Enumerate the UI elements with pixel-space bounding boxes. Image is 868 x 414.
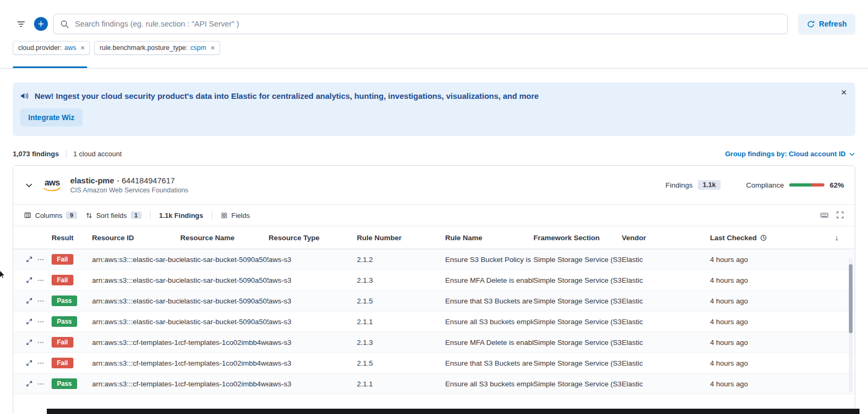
header-vendor[interactable]: Vendor	[622, 234, 710, 242]
filter-field: cloud.provider:	[18, 44, 62, 52]
compliance-value: 62%	[830, 181, 844, 189]
table-row[interactable]: Pass arn:aws:s3:::elastic-sar-buck elast…	[13, 291, 855, 311]
resource-id-cell: arn:aws:s3:::elastic-sar-buck	[92, 318, 180, 326]
stats-row: 1,073 findings 1 cloud account Group fin…	[13, 150, 855, 158]
rule-number-cell: 2.1.2	[357, 256, 445, 264]
account-id: - 644184947617	[117, 176, 175, 185]
rule-name-cell: Ensure MFA Delete is enablec	[445, 339, 533, 347]
expand-finding-button[interactable]	[26, 277, 32, 283]
add-filter-button[interactable]	[34, 17, 48, 31]
accordion-toggle-button[interactable]	[24, 180, 34, 190]
promo-banner: New! Ingest your cloud security product'…	[13, 82, 855, 136]
vendor-cell: Elastic	[622, 297, 710, 305]
clock-icon	[760, 234, 767, 241]
table-header-row: Result Resource ID Resource Name Resourc…	[13, 226, 855, 249]
filter-pill-cloud-provider[interactable]: cloud.provider: aws ×	[13, 41, 90, 55]
expand-finding-button[interactable]	[26, 318, 32, 325]
cloud-account-count: 1 cloud account	[73, 150, 122, 158]
row-actions-button[interactable]	[37, 277, 44, 284]
vendor-cell: Elastic	[622, 276, 710, 284]
framework-section-cell: Simple Storage Service (S3)	[533, 359, 622, 367]
table-row[interactable]: Fail arn:aws:s3:::elastic-sar-buck elast…	[13, 249, 855, 270]
expand-finding-button[interactable]	[26, 381, 32, 387]
more-actions-icon	[37, 339, 44, 346]
active-tab-indicator[interactable]	[13, 66, 87, 68]
search-input[interactable]	[74, 19, 781, 29]
header-result[interactable]: Result	[52, 234, 92, 242]
banner-close-button[interactable]: ×	[838, 87, 850, 98]
cloud-account-card: aws elastic-pme - 644184947617 CIS Amazo…	[13, 165, 855, 414]
sort-direction-icon[interactable]: ↓	[835, 233, 839, 242]
table-row[interactable]: Fail arn:aws:s3:::cf-templates-1c cf-tem…	[13, 332, 855, 353]
resource-name-cell: cf-templates-1co02imbb4we	[180, 359, 269, 367]
result-badge: Fail	[52, 275, 73, 285]
fullscreen-button[interactable]	[836, 211, 844, 219]
compliance-bar-fill	[789, 183, 811, 187]
header-framework-section[interactable]: Framework Section	[533, 234, 622, 242]
row-actions-button[interactable]	[37, 298, 44, 305]
columns-icon	[24, 212, 31, 219]
more-actions-icon	[37, 318, 44, 325]
row-actions-button[interactable]	[37, 339, 44, 346]
applied-filters: cloud.provider: aws × rule.benchmark.pos…	[0, 34, 868, 55]
search-toolbar: Refresh	[0, 0, 868, 34]
filter-value: aws	[64, 44, 76, 52]
chevron-down-icon	[849, 151, 855, 157]
row-actions-button[interactable]	[37, 318, 44, 325]
sort-fields-button[interactable]: Sort fields 1	[86, 212, 141, 219]
row-actions-button[interactable]	[37, 381, 44, 387]
columns-button[interactable]: Columns 9	[24, 212, 77, 219]
row-actions-button[interactable]	[37, 256, 44, 263]
table-row[interactable]: Pass arn:aws:s3:::cf-templates-1c cf-tem…	[13, 374, 855, 394]
table-row[interactable]: Fail arn:aws:s3:::cf-templates-1c cf-tem…	[13, 353, 855, 374]
banner-message: New! Ingest your cloud security product'…	[35, 91, 539, 100]
vendor-cell: Elastic	[622, 359, 710, 367]
resource-type-cell: aws-s3	[269, 297, 357, 305]
last-checked-cell: 4 hours ago	[710, 297, 842, 305]
compliance-metric: Compliance 62%	[746, 181, 844, 189]
more-actions-icon	[37, 360, 44, 367]
result-badge: Pass	[52, 316, 77, 327]
table-row[interactable]: Fail arn:aws:s3:::elastic-sar-buck elast…	[13, 270, 855, 291]
refresh-button[interactable]: Refresh	[798, 14, 855, 34]
bottom-bar	[47, 409, 859, 414]
header-rule-name[interactable]: Rule Name	[445, 234, 533, 242]
megaphone-icon	[20, 91, 29, 100]
result-badge: Fail	[52, 254, 73, 265]
account-header: aws elastic-pme - 644184947617 CIS Amazo…	[13, 166, 855, 204]
expand-finding-button[interactable]	[26, 298, 32, 304]
expand-finding-button[interactable]	[26, 256, 32, 263]
framework-section-cell: Simple Storage Service (S3)	[533, 297, 622, 305]
findings-table-body: Fail arn:aws:s3:::elastic-sar-buck elast…	[13, 249, 855, 394]
rule-name-cell: Ensure that S3 Buckets are c	[445, 359, 533, 367]
row-actions-button[interactable]	[37, 360, 44, 367]
keyboard-shortcuts-button[interactable]	[820, 211, 829, 219]
header-resource-id[interactable]: Resource ID	[92, 234, 180, 242]
aws-smile-icon	[43, 188, 61, 192]
table-row[interactable]: Pass arn:aws:s3:::elastic-sar-buck elast…	[13, 311, 855, 332]
header-resource-type[interactable]: Resource Type	[269, 234, 357, 242]
account-metrics: Findings 1.1k Compliance 62%	[665, 180, 844, 190]
framework-section-cell: Simple Storage Service (S3)	[533, 318, 622, 326]
filter-pill-posture-type[interactable]: rule.benchmark.posture_type: cspm ×	[94, 41, 220, 55]
fields-button[interactable]: Fields	[221, 212, 250, 219]
header-rule-number[interactable]: Rule Number	[357, 234, 445, 242]
remove-filter-icon[interactable]: ×	[80, 44, 85, 52]
table-scrollbar-thumb[interactable]	[849, 264, 853, 333]
group-findings-by-button[interactable]: Group findings by: Cloud account ID	[725, 150, 855, 158]
header-last-checked[interactable]: Last Checked	[710, 234, 842, 242]
header-resource-name[interactable]: Resource Name	[180, 234, 269, 242]
rule-name-cell: Ensure S3 Bucket Policy is se	[445, 256, 533, 264]
findings-count-badge: 1.1k	[698, 180, 720, 190]
expand-finding-button[interactable]	[26, 339, 32, 345]
expand-icon	[26, 339, 32, 345]
filter-menu-button[interactable]	[13, 16, 29, 32]
expand-finding-button[interactable]	[26, 360, 32, 366]
sort-icon	[86, 212, 93, 219]
expand-icon	[26, 318, 32, 325]
remove-filter-icon[interactable]: ×	[211, 44, 215, 52]
resource-type-cell: aws-s3	[269, 256, 357, 264]
integrate-wiz-button[interactable]: Integrate Wiz	[20, 108, 82, 126]
columns-count-badge: 9	[66, 212, 77, 219]
rule-number-cell: 2.1.1	[357, 318, 445, 326]
